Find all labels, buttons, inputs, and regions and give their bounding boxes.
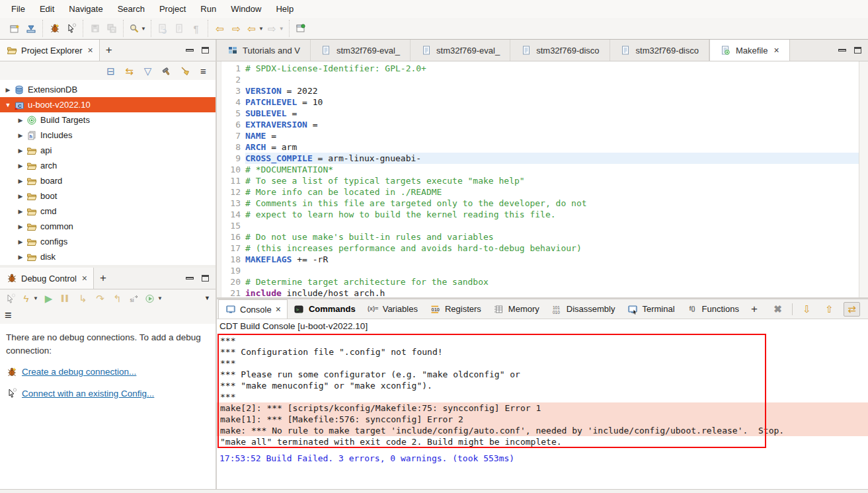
tree-item-boot[interactable]: ▶boot bbox=[0, 188, 216, 204]
close-icon[interactable]: × bbox=[87, 45, 93, 56]
code-line-17[interactable]: 17# (this increases performance and avoi… bbox=[221, 243, 859, 254]
chevron-collapsed-icon[interactable]: ▶ bbox=[16, 163, 25, 169]
console-tab-disassembly[interactable]: 101010Disassembly bbox=[545, 299, 621, 319]
tree-item-includes[interactable]: ▶hIncludes bbox=[0, 128, 216, 143]
previous-error-button[interactable]: ⇧ bbox=[821, 302, 838, 317]
code-line-20[interactable]: 20# Determine target architecture for th… bbox=[221, 276, 859, 287]
menu-project[interactable]: Project bbox=[152, 1, 193, 17]
console-tab-variables[interactable]: (x)=Variables bbox=[362, 299, 424, 319]
new-view-tab-button[interactable]: + bbox=[94, 268, 112, 289]
new-wizard-button[interactable]: ★ bbox=[6, 20, 22, 37]
remove-console-button[interactable]: ✖ bbox=[769, 302, 786, 317]
tree-item-configs[interactable]: ▶configs bbox=[0, 234, 216, 249]
code-line-12[interactable]: 12# More info can be located in ./README bbox=[221, 186, 859, 198]
code-line-6[interactable]: 6EXTRAVERSION = bbox=[221, 119, 859, 130]
minimize-icon[interactable] bbox=[186, 49, 194, 52]
chevron-collapsed-icon[interactable]: ▶ bbox=[16, 223, 25, 230]
code-line-4[interactable]: 4PATCHLEVEL = 10 bbox=[221, 96, 859, 108]
pin-console-button[interactable]: ⇄ bbox=[844, 302, 860, 317]
collapse-all-button[interactable]: ⊟ bbox=[102, 63, 119, 79]
close-icon[interactable]: × bbox=[276, 304, 281, 315]
chevron-collapsed-icon[interactable]: ▶ bbox=[16, 117, 25, 124]
chevron-expanded-icon[interactable]: ▼ bbox=[3, 102, 13, 108]
chevron-collapsed-icon[interactable]: ▶ bbox=[16, 239, 25, 245]
tree-item-board[interactable]: ▶board bbox=[0, 173, 216, 188]
code-line-2[interactable]: 2 bbox=[221, 74, 859, 85]
code-line-13[interactable]: 13# Comments in this file are targeted o… bbox=[221, 198, 859, 209]
chevron-down-icon[interactable]: ▼ bbox=[279, 26, 284, 32]
build-hammer-button[interactable] bbox=[158, 63, 175, 79]
editor-tab-stm32f769-eval-[interactable]: stm32f769-eval_ bbox=[311, 40, 411, 61]
console-tab-memory[interactable]: Memory bbox=[487, 299, 545, 319]
overview-ruler[interactable] bbox=[859, 61, 868, 297]
chevron-collapsed-icon[interactable]: ▶ bbox=[16, 132, 25, 139]
minimize-icon[interactable] bbox=[186, 277, 194, 280]
close-icon[interactable]: × bbox=[82, 273, 87, 284]
tree-item-build-targets[interactable]: ▶Build Targets bbox=[0, 112, 216, 128]
tree-item-arch[interactable]: ▶arch bbox=[0, 158, 216, 173]
editor-tab-stm32f769-disco[interactable]: stm32f769-disco bbox=[510, 40, 610, 61]
editor-tab-tutorials-and-v[interactable]: Tutorials and V bbox=[217, 40, 311, 61]
tree-item-u-boot-v2022-10[interactable]: ▼C×u-boot-v2022.10 bbox=[0, 97, 216, 112]
suspend-button[interactable]: ▌▌ bbox=[58, 290, 74, 307]
chevron-collapsed-icon[interactable]: ▶ bbox=[16, 178, 25, 184]
tab-project-explorer[interactable]: Project Explorer × bbox=[0, 40, 100, 61]
tree-item-api[interactable]: ▶api bbox=[0, 143, 216, 158]
code-line-9[interactable]: 9CROSS_COMPILE = arm-linux-gnueabi- bbox=[221, 153, 859, 164]
code-line-14[interactable]: 14# expect to learn how to build the ker… bbox=[221, 209, 859, 220]
chevron-down-icon[interactable]: ▼ bbox=[33, 295, 38, 301]
chevron-down-icon[interactable]: ▼ bbox=[157, 295, 163, 301]
editor-tab-stm32f769-eval-[interactable]: stm32f769-eval_ bbox=[411, 40, 510, 61]
previous-edit-location-button[interactable]: ⇦ bbox=[212, 20, 228, 37]
step-instruction-button[interactable]: si bbox=[126, 290, 143, 307]
run-last-button[interactable]: ▼ bbox=[143, 290, 164, 307]
maximize-icon[interactable] bbox=[202, 275, 209, 282]
flash-target-button[interactable]: ϟ▼ bbox=[19, 290, 40, 307]
chevron-collapsed-icon[interactable]: ▶ bbox=[16, 193, 25, 200]
search-button[interactable]: ▼ bbox=[127, 20, 147, 37]
code-area[interactable]: 1# SPDX-License-Identifier: GPL-2.0+23VE… bbox=[221, 61, 859, 297]
code-line-1[interactable]: 1# SPDX-License-Identifier: GPL-2.0+ bbox=[221, 63, 859, 74]
close-icon[interactable]: × bbox=[773, 45, 779, 56]
code-line-21[interactable]: 21include include/host_arch.h bbox=[221, 287, 859, 297]
code-line-19[interactable]: 19 bbox=[221, 265, 859, 276]
maximize-icon[interactable] bbox=[202, 47, 209, 54]
tree-item-common[interactable]: ▶common bbox=[0, 219, 216, 234]
chevron-down-icon[interactable]: ▼ bbox=[258, 26, 264, 32]
code-line-5[interactable]: 5SUBLEVEL = bbox=[221, 108, 859, 119]
connect-config-button[interactable] bbox=[63, 20, 79, 37]
minimize-icon[interactable] bbox=[838, 49, 846, 52]
code-line-8[interactable]: 8ARCH = arm bbox=[221, 141, 859, 153]
code-line-18[interactable]: 18MAKEFLAGS += -rR bbox=[221, 254, 859, 265]
link-with-editor-button[interactable]: ⇆ bbox=[121, 63, 138, 79]
resume-button[interactable]: ▶ bbox=[40, 290, 57, 307]
step-return-button[interactable]: ↰ bbox=[109, 290, 126, 307]
code-line-10[interactable]: 10# *DOCUMENTATION* bbox=[221, 164, 859, 175]
tree-item-disk[interactable]: ▶disk bbox=[0, 249, 216, 264]
new-view-tab-button[interactable]: + bbox=[100, 40, 118, 61]
maximize-icon[interactable] bbox=[854, 47, 861, 54]
filter-button[interactable]: ▽ bbox=[139, 63, 156, 79]
console-tab-functions[interactable]: f()Functions bbox=[681, 299, 745, 319]
new-console-tab-button[interactable]: + bbox=[745, 299, 764, 319]
console-output[interactable]: ****** Configuration file ".config" not … bbox=[217, 333, 868, 489]
code-line-16[interactable]: 16# Do not use make's built-in rules and… bbox=[221, 231, 859, 243]
menu-file[interactable]: File bbox=[4, 1, 32, 17]
next-edit-location-button[interactable]: ⇨ bbox=[228, 20, 245, 37]
menu-run[interactable]: Run bbox=[193, 1, 223, 17]
chevron-down-icon[interactable]: ▼ bbox=[141, 26, 146, 32]
chevron-collapsed-icon[interactable]: ▶ bbox=[16, 208, 25, 215]
tree-item-extensiondb[interactable]: ▶ExtensionDB bbox=[0, 82, 216, 97]
step-over-button[interactable]: ↷ bbox=[92, 290, 108, 307]
console-tab-registers[interactable]: 010Registers bbox=[424, 299, 487, 319]
import-button[interactable] bbox=[22, 20, 39, 37]
toolbar-overflow-button[interactable]: ▼ bbox=[199, 290, 216, 307]
editor-body[interactable]: 1# SPDX-License-Identifier: GPL-2.0+23VE… bbox=[217, 61, 868, 297]
menu-help[interactable]: Help bbox=[268, 1, 301, 17]
code-line-11[interactable]: 11# To see a list of typical targets exe… bbox=[221, 175, 859, 186]
menu-window[interactable]: Window bbox=[223, 1, 268, 17]
tab-debug-control[interactable]: Debug Control × bbox=[0, 268, 94, 289]
link-create-a-debug-connection-[interactable]: Create a debug connection... bbox=[22, 365, 136, 379]
new-debug-connection-button[interactable]: ★ bbox=[46, 20, 63, 37]
clean-broom-button[interactable] bbox=[177, 63, 193, 79]
